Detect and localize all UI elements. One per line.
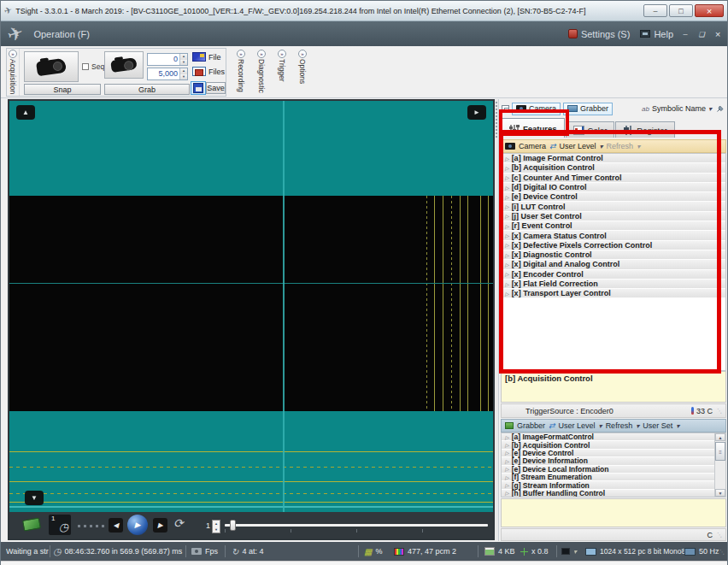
slider-thumb[interactable] <box>230 520 236 531</box>
seq-checkbox[interactable] <box>82 63 89 70</box>
expand-arrow-icon[interactable] <box>505 482 509 488</box>
trigger-group[interactable]: Trigger <box>273 49 291 97</box>
tree-item[interactable]: [x] Flat Field Correction <box>502 280 725 289</box>
chevron-down-icon[interactable] <box>599 421 602 430</box>
tab-register[interactable]: Register <box>615 121 674 138</box>
diagnostic-group[interactable]: Diagnostic <box>252 49 271 97</box>
expand-arrow-icon[interactable] <box>505 291 509 297</box>
spin-down-icon[interactable]: ▼ <box>213 527 220 533</box>
expand-arrow-icon[interactable] <box>505 442 509 448</box>
frame-slider[interactable] <box>225 522 488 534</box>
snap-camera-button[interactable] <box>24 51 79 82</box>
expand-arrow-icon[interactable] <box>505 223 509 229</box>
tree-item[interactable]: [h] Buffer Handling Control <box>502 490 725 497</box>
grabber-tree-scrollbar[interactable]: ▲ ▼ <box>714 433 725 497</box>
expand-arrow-icon[interactable] <box>505 232 509 238</box>
tree-item[interactable]: [x] Camera Status Control <box>502 231 725 240</box>
spin-down-icon[interactable] <box>180 60 187 66</box>
save-button[interactable]: Save <box>206 82 226 94</box>
tree-item[interactable]: [x] Encoder Control <box>502 270 725 280</box>
pin-icon[interactable] <box>716 104 725 113</box>
menu-settings[interactable]: Settings (S) <box>563 21 635 46</box>
scroll-down-overlay-button[interactable] <box>25 491 44 505</box>
camera-image-canvas[interactable] <box>9 101 493 512</box>
symbolic-name-label[interactable]: Symbolic Name <box>652 104 706 113</box>
file-button[interactable]: File <box>192 52 221 62</box>
expand-chevron-icon[interactable] <box>237 50 245 58</box>
tree-item[interactable]: [c] Counter And Timer Control <box>502 174 725 183</box>
tree-item[interactable]: [x] Transport Layer Control <box>502 289 725 298</box>
chevron-down-icon[interactable] <box>637 142 640 150</box>
spinner-arrows[interactable] <box>179 68 187 79</box>
loop-button[interactable] <box>173 516 184 530</box>
camera-toggle-button[interactable]: Camera <box>512 103 561 115</box>
scroll-up-overlay-button[interactable] <box>16 105 35 120</box>
expand-chevron-icon[interactable] <box>257 50 266 58</box>
tree-item[interactable]: [x] Defective Pixels Correction Control <box>502 241 725 250</box>
expand-arrow-icon[interactable] <box>505 156 509 162</box>
expand-arrow-icon[interactable] <box>505 490 509 496</box>
snap-button[interactable]: Snap <box>24 84 101 95</box>
expand-arrow-icon[interactable] <box>505 174 509 180</box>
tree-item[interactable]: [i] LUT Control <box>502 202 725 211</box>
spinner-arrows[interactable]: ▲▼ <box>212 520 220 533</box>
expand-arrow-icon[interactable] <box>505 203 509 209</box>
history-clock-button[interactable]: 1 <box>49 515 71 535</box>
expand-chevron-icon[interactable] <box>278 50 286 58</box>
scroll-down-icon[interactable]: ▼ <box>715 489 725 497</box>
panel-grid-icon[interactable] <box>502 105 509 113</box>
tree-item[interactable]: [x] Diagnostic Control <box>502 250 725 260</box>
recording-group[interactable]: Recording <box>232 49 250 97</box>
next-frame-button[interactable] <box>153 518 167 533</box>
mdi-minimize-button[interactable] <box>678 28 692 39</box>
tab-features[interactable]: Features <box>501 118 565 138</box>
scroll-up-icon[interactable]: ▲ <box>715 433 725 441</box>
mdi-close-button[interactable] <box>711 28 725 39</box>
slider-track[interactable] <box>225 524 488 527</box>
scroll-right-overlay-button[interactable] <box>467 105 486 120</box>
expand-arrow-icon[interactable] <box>505 185 509 191</box>
collapse-chevron-icon[interactable] <box>9 50 17 58</box>
grab-camera-button[interactable] <box>104 51 144 79</box>
expand-arrow-icon[interactable] <box>505 252 509 258</box>
user-level-dropdown[interactable]: User Level <box>560 142 596 150</box>
expand-arrow-icon[interactable] <box>505 450 509 456</box>
acquisition-group-header[interactable]: Acquisition <box>7 49 20 96</box>
expand-chevron-icon[interactable] <box>298 50 307 58</box>
chevron-down-icon[interactable] <box>573 547 577 556</box>
expand-arrow-icon[interactable] <box>505 194 509 200</box>
refresh-dropdown[interactable]: Refresh <box>606 421 633 430</box>
minimize-button[interactable] <box>643 4 667 17</box>
scrollbar-thumb[interactable] <box>715 442 725 461</box>
display-mode-cell[interactable] <box>561 542 577 561</box>
frames-current-spinner[interactable]: 0 <box>147 53 188 66</box>
frame-number-spinner[interactable]: 1 ▲▼ <box>206 520 220 533</box>
resize-grip-icon[interactable] <box>719 549 725 556</box>
expand-arrow-icon[interactable] <box>505 466 509 472</box>
expand-arrow-icon[interactable] <box>505 165 509 171</box>
play-button[interactable] <box>127 515 148 535</box>
menu-operation[interactable]: Operation (F) <box>28 21 94 46</box>
tree-item[interactable]: [e] Device Control <box>502 192 725 202</box>
expand-arrow-icon[interactable] <box>505 262 509 268</box>
options-group[interactable]: Options <box>293 49 312 97</box>
tree-item[interactable]: [r] Event Control <box>502 221 725 231</box>
expand-arrow-icon[interactable] <box>505 242 509 248</box>
maximize-button[interactable] <box>669 4 693 17</box>
expand-arrow-icon[interactable] <box>505 271 509 277</box>
chevron-down-icon[interactable] <box>600 142 603 150</box>
chevron-down-icon[interactable] <box>636 421 639 430</box>
resize-grip-icon[interactable] <box>716 532 722 539</box>
refresh-dropdown[interactable]: Refresh <box>607 142 634 150</box>
expand-arrow-icon[interactable] <box>505 281 509 287</box>
chevron-down-icon[interactable] <box>708 104 712 113</box>
chevron-down-icon[interactable] <box>676 421 679 430</box>
spinner-arrows[interactable] <box>179 54 187 65</box>
tree-item[interactable]: [d] Digital IO Control <box>502 183 725 192</box>
menu-help[interactable]: Help <box>635 21 678 46</box>
save-icon-button[interactable] <box>191 81 206 95</box>
tree-item[interactable]: [x] Digital and Analog Control <box>502 260 725 269</box>
memory-buffer-icon[interactable] <box>22 517 41 531</box>
close-button[interactable] <box>695 4 724 17</box>
expand-arrow-icon[interactable] <box>505 474 509 480</box>
